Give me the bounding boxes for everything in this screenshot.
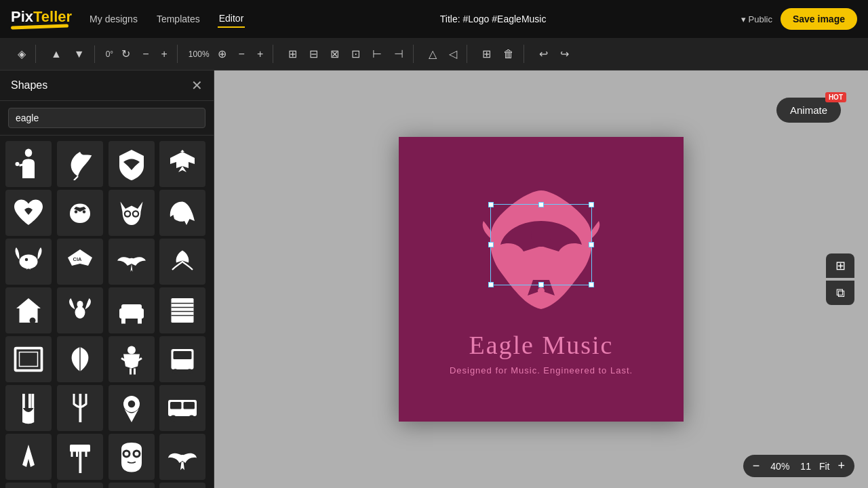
zoom-minus[interactable]: − (235, 45, 249, 63)
shape-house-eagle[interactable] (5, 287, 52, 333)
shape-bird-angry[interactable] (57, 190, 103, 236)
zoom-icon[interactable]: ⊕ (214, 45, 231, 63)
zoom-fit-button[interactable]: Fit (819, 461, 830, 472)
animate-button[interactable]: Animate HOT (776, 98, 841, 123)
shape-shield-eagle[interactable] (108, 141, 155, 187)
shape-dove-spread[interactable] (108, 239, 155, 285)
undo-button[interactable]: ↩ (535, 45, 552, 63)
rotate-group: 0° ↻ − + (100, 45, 178, 63)
shape-blind[interactable] (159, 287, 205, 333)
align-right[interactable]: ⊠ (326, 45, 343, 63)
delete-button[interactable]: 🗑 (499, 45, 518, 63)
shape-small-bird[interactable] (57, 287, 103, 333)
shape-dove-flying[interactable] (159, 434, 205, 480)
shape-leaf[interactable] (57, 336, 103, 382)
zoom-plus[interactable]: + (253, 45, 267, 63)
shape-fork[interactable] (5, 385, 52, 431)
shape-bus-side[interactable] (159, 385, 205, 431)
svg-rect-21 (172, 298, 194, 323)
svg-rect-50 (71, 451, 73, 457)
shape-owl-front[interactable] (108, 434, 155, 480)
public-button[interactable]: ▾ Public (741, 14, 772, 24)
doc-title: Title: #Logo #EagleMusic (261, 14, 725, 24)
title-value[interactable]: #Logo #EagleMusic (462, 14, 546, 24)
svg-point-56 (134, 452, 138, 456)
svg-point-11 (25, 258, 28, 262)
search-input[interactable] (8, 108, 205, 128)
svg-point-15 (75, 306, 85, 319)
shape-eagle-side[interactable] (159, 190, 205, 236)
close-sidebar-button[interactable]: ✕ (191, 79, 203, 92)
zoom-in-button[interactable]: + (837, 459, 845, 473)
shape-bird-vintage[interactable] (5, 239, 52, 285)
shape-bottle[interactable] (57, 483, 103, 488)
sidebar-header: Shapes ✕ (0, 70, 214, 101)
svg-point-28 (127, 346, 136, 354)
svg-rect-40 (79, 394, 81, 422)
rotate-plus[interactable]: + (157, 45, 172, 63)
shape-arrow-vertical[interactable]: ↕ (108, 483, 155, 488)
redo-button[interactable]: ↪ (556, 45, 573, 63)
align-bottom[interactable]: ⊣ (390, 45, 408, 63)
rotate-minus[interactable]: − (138, 45, 153, 63)
shape-person[interactable] (5, 141, 52, 187)
send-backward-button[interactable]: ▼ (70, 45, 89, 63)
align-top[interactable]: ⊡ (347, 45, 364, 63)
design-canvas[interactable]: Eagle Music Designed for Music. Engineer… (399, 137, 684, 422)
zoom-number: 11 (800, 461, 811, 472)
svg-rect-20 (138, 318, 142, 324)
bring-forward-button[interactable]: ▲ (47, 45, 66, 63)
shape-heart-eagle[interactable] (5, 190, 52, 236)
duplicate-button[interactable]: ⧉ (826, 281, 854, 305)
add-layer-button[interactable]: ⊞ (826, 253, 854, 278)
logo[interactable]: PixTeller (11, 9, 72, 28)
shape-furniture[interactable] (108, 287, 155, 333)
flip-vertical[interactable]: ◁ (445, 45, 461, 63)
svg-point-57 (180, 455, 186, 459)
order-group: ▲ ▼ (41, 45, 95, 63)
svg-point-42 (127, 401, 135, 408)
shape-eagle-wings-spread[interactable] (5, 483, 52, 488)
design-title: Eagle Music (469, 330, 613, 360)
svg-point-55 (124, 452, 128, 456)
nav-mydesigns[interactable]: My designs (88, 11, 139, 27)
align-center[interactable]: ⊟ (305, 45, 322, 63)
svg-rect-34 (174, 351, 192, 359)
rotate-button[interactable]: ↻ (117, 45, 134, 63)
sidebar-title: Shapes (11, 79, 47, 92)
shape-frame[interactable] (5, 336, 52, 382)
side-tools: ⊞ ⧉ (826, 253, 854, 305)
shape-bird-branch[interactable] (159, 239, 205, 285)
svg-point-4 (75, 210, 78, 214)
zoom-out-button[interactable]: − (753, 459, 760, 473)
svg-point-35 (173, 369, 178, 374)
add-element-button[interactable]: ⊞ (478, 45, 495, 63)
shape-arrow-horizontal[interactable]: ↔ (159, 483, 205, 488)
shape-location-pin[interactable] (108, 385, 155, 431)
layers-icon[interactable]: ◈ (14, 45, 30, 63)
shape-owl-face[interactable] (108, 190, 155, 236)
shape-fork-single[interactable] (57, 385, 103, 431)
shape-gingerbread[interactable] (108, 336, 155, 382)
flip-horizontal[interactable]: △ (425, 45, 441, 63)
shape-bird-cia[interactable]: CIA (57, 239, 103, 285)
logo-teller: Teller (33, 8, 72, 25)
shape-bus-front[interactable] (159, 336, 205, 382)
svg-point-8 (125, 212, 130, 216)
align-middle[interactable]: ⊢ (368, 45, 386, 63)
svg-rect-45 (184, 402, 195, 409)
save-button[interactable]: Save image (781, 8, 857, 30)
nav-editor[interactable]: Editor (218, 10, 245, 28)
zoom-bar: − 40% 11 Fit + (743, 455, 854, 477)
top-nav: PixTeller My designs Templates Editor Ti… (0, 0, 868, 38)
align-left[interactable]: ⊞ (284, 45, 301, 63)
svg-text:CIA: CIA (73, 256, 82, 262)
shape-eagle-heraldic[interactable] (159, 141, 205, 187)
shape-rake[interactable] (57, 434, 103, 480)
shape-feather[interactable] (57, 141, 103, 187)
svg-line-3 (74, 176, 78, 180)
design-subtitle: Designed for Music. Engineered to Last. (450, 365, 633, 375)
nav-templates[interactable]: Templates (155, 11, 201, 27)
shape-wishbone[interactable] (5, 434, 52, 480)
rotate-value: 0° (106, 49, 113, 59)
